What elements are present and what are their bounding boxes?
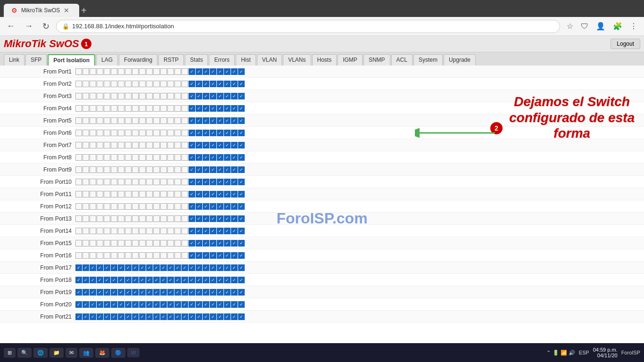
port-checkbox[interactable] — [97, 117, 103, 124]
nav-tab-forwarding[interactable]: Forwarding — [119, 54, 157, 66]
port-checkbox[interactable] — [125, 215, 132, 222]
port-checkbox[interactable] — [75, 130, 82, 136]
port-checkbox[interactable] — [182, 93, 188, 99]
port-checkbox[interactable] — [224, 93, 231, 99]
port-checkbox[interactable] — [217, 142, 223, 148]
port-checkbox[interactable] — [160, 228, 167, 234]
port-checkbox[interactable] — [153, 313, 160, 320]
port-checkbox[interactable] — [139, 277, 146, 283]
port-checkbox[interactable] — [210, 252, 216, 259]
port-checkbox[interactable] — [203, 68, 209, 75]
port-checkbox[interactable] — [196, 93, 202, 99]
port-checkbox[interactable] — [238, 105, 245, 112]
port-checkbox[interactable] — [118, 215, 124, 222]
port-checkbox[interactable] — [217, 289, 223, 296]
port-checkbox[interactable] — [139, 215, 146, 222]
port-checkbox[interactable] — [231, 215, 238, 222]
port-checkbox[interactable] — [83, 313, 89, 320]
port-checkbox[interactable] — [75, 179, 82, 185]
port-checkbox[interactable] — [174, 68, 181, 75]
port-checkbox[interactable] — [90, 277, 96, 283]
port-checkbox[interactable] — [153, 93, 160, 99]
port-checkbox[interactable] — [139, 154, 146, 161]
port-checkbox[interactable] — [104, 130, 110, 136]
port-checkbox[interactable] — [111, 105, 117, 112]
port-checkbox[interactable] — [104, 313, 110, 320]
port-checkbox[interactable] — [217, 130, 223, 136]
port-checkbox[interactable] — [174, 166, 181, 173]
taskbar-teams[interactable]: 👥 — [79, 348, 93, 358]
port-checkbox[interactable] — [139, 130, 146, 136]
port-checkbox[interactable] — [118, 240, 124, 247]
port-checkbox[interactable] — [210, 117, 216, 124]
port-checkbox[interactable] — [146, 179, 153, 185]
port-checkbox[interactable] — [189, 215, 195, 222]
shield-icon[interactable]: 🛡 — [578, 20, 591, 33]
port-checkbox[interactable] — [174, 252, 181, 259]
port-checkbox[interactable] — [118, 105, 124, 112]
port-checkbox[interactable] — [97, 215, 103, 222]
port-checkbox[interactable] — [217, 264, 223, 271]
port-checkbox[interactable] — [182, 68, 188, 75]
port-checkbox[interactable] — [139, 81, 146, 87]
port-checkbox[interactable] — [203, 301, 209, 308]
port-checkbox[interactable] — [167, 240, 174, 247]
port-checkbox[interactable] — [231, 252, 238, 259]
port-checkbox[interactable] — [167, 228, 174, 234]
port-checkbox[interactable] — [224, 203, 231, 210]
port-checkbox[interactable] — [118, 117, 124, 124]
port-checkbox[interactable] — [97, 179, 103, 185]
port-checkbox[interactable] — [104, 228, 110, 234]
port-checkbox[interactable] — [167, 313, 174, 320]
port-checkbox[interactable] — [132, 142, 139, 148]
port-checkbox[interactable] — [125, 130, 132, 136]
port-checkbox[interactable] — [132, 130, 139, 136]
new-tab-button[interactable]: + — [81, 5, 87, 16]
port-checkbox[interactable] — [118, 252, 124, 259]
port-checkbox[interactable] — [203, 215, 209, 222]
port-checkbox[interactable] — [238, 313, 245, 320]
port-checkbox[interactable] — [75, 228, 82, 234]
port-checkbox[interactable] — [231, 289, 238, 296]
port-checkbox[interactable] — [83, 68, 89, 75]
taskbar-mail[interactable]: ✉ — [66, 348, 77, 358]
port-checkbox[interactable] — [139, 105, 146, 112]
nav-tab-snmp[interactable]: SNMP — [363, 54, 390, 66]
port-checkbox[interactable] — [146, 105, 153, 112]
port-checkbox[interactable] — [75, 117, 82, 124]
main-area[interactable]: From Port1From Port2From Port3From Port4… — [0, 66, 644, 343]
port-checkbox[interactable] — [189, 301, 195, 308]
port-checkbox[interactable] — [132, 203, 139, 210]
port-checkbox[interactable] — [111, 130, 117, 136]
port-checkbox[interactable] — [97, 93, 103, 99]
port-checkbox[interactable] — [90, 81, 96, 87]
port-checkbox[interactable] — [83, 191, 89, 197]
port-checkbox[interactable] — [153, 203, 160, 210]
port-checkbox[interactable] — [97, 130, 103, 136]
port-checkbox[interactable] — [210, 313, 216, 320]
port-checkbox[interactable] — [189, 277, 195, 283]
nav-tab-system[interactable]: System — [413, 54, 443, 66]
port-checkbox[interactable] — [167, 93, 174, 99]
port-checkbox[interactable] — [90, 313, 96, 320]
port-checkbox[interactable] — [160, 81, 167, 87]
port-checkbox[interactable] — [238, 289, 245, 296]
taskbar-app2[interactable]: 🔵 — [111, 348, 125, 358]
port-checkbox[interactable] — [224, 191, 231, 197]
port-checkbox[interactable] — [146, 301, 153, 308]
port-checkbox[interactable] — [146, 166, 153, 173]
port-checkbox[interactable] — [203, 179, 209, 185]
port-checkbox[interactable] — [153, 130, 160, 136]
port-checkbox[interactable] — [153, 277, 160, 283]
port-checkbox[interactable] — [196, 166, 202, 173]
port-checkbox[interactable] — [182, 130, 188, 136]
port-checkbox[interactable] — [160, 130, 167, 136]
port-checkbox[interactable] — [132, 93, 139, 99]
port-checkbox[interactable] — [139, 252, 146, 259]
port-checkbox[interactable] — [146, 277, 153, 283]
port-checkbox[interactable] — [132, 191, 139, 197]
port-checkbox[interactable] — [167, 154, 174, 161]
port-checkbox[interactable] — [189, 68, 195, 75]
port-checkbox[interactable] — [75, 301, 82, 308]
port-checkbox[interactable] — [217, 179, 223, 185]
